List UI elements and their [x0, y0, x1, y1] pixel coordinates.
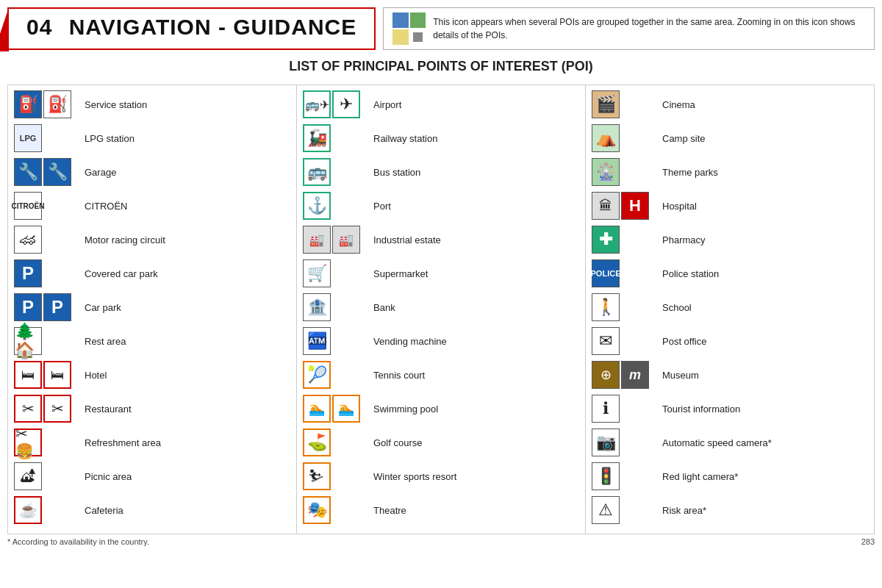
bank-label: Bank: [373, 302, 579, 313]
poi-icons: ⛳: [303, 429, 369, 456]
rest-area-icon: 🌲🏠: [14, 327, 42, 355]
restaurant-icon-1: ✂: [14, 395, 42, 423]
poi-icons: 🌲🏠: [14, 327, 80, 355]
risk-icon: ⚠: [592, 496, 620, 524]
hospital-icon-1: 🏛: [592, 192, 620, 220]
red-light-label: Red light camera*: [662, 471, 868, 482]
hotel-label: Hotel: [85, 370, 290, 381]
refreshment-icon: ✂🍔: [14, 429, 42, 456]
list-item: 🏦 Bank: [303, 293, 579, 322]
poi-icons: P P: [14, 293, 80, 321]
car-park-icon-1: P: [14, 293, 42, 321]
bus-label: Bus station: [373, 167, 579, 178]
list-item: ⛺ Camp site: [592, 123, 868, 153]
list-item: P P Car park: [14, 293, 290, 322]
list-item: POLICE Police station: [592, 259, 868, 288]
chapter-title-box: 04 NAVIGATION - GUIDANCE: [7, 7, 376, 50]
poi-icons: ✂🍔: [14, 429, 80, 456]
car-park-icon-2: P: [43, 293, 71, 321]
poi-icons: 🏕: [14, 462, 80, 490]
cluster-cell-3: [392, 29, 409, 45]
museum-icon-2: m: [621, 361, 649, 389]
police-label: Police station: [662, 268, 868, 279]
list-item: CITROËN CITROËN: [14, 191, 290, 220]
railway-icon: 🚂: [303, 124, 331, 152]
page-title-text: NAVIGATION - GUIDANCE: [55, 15, 356, 39]
cluster-info-text: This icon appears when several POIs are …: [433, 15, 865, 42]
theatre-icon: 🎭: [303, 496, 331, 524]
golf-icon: ⛳: [303, 429, 331, 456]
list-item: 🔧 🔧 Garage: [14, 157, 290, 187]
list-item: 🚌✈ ✈ Airport: [303, 90, 579, 119]
cluster-info-box: This icon appears when several POIs are …: [383, 7, 875, 50]
cafeteria-icon: ☕: [14, 496, 42, 524]
list-item: 🏊 🏊 Swimming pool: [303, 394, 579, 423]
poi-icons: 🚂: [303, 124, 369, 152]
airport-label: Airport: [373, 99, 579, 110]
theatre-label: Theatre: [373, 505, 579, 516]
poi-icons: ✉: [592, 327, 658, 355]
citroen-label: CITROËN: [85, 201, 290, 212]
theme-icon: 🎡: [592, 158, 620, 186]
poi-icons: 🏭 🏭: [303, 226, 369, 254]
garage-icon-1: 🔧: [14, 158, 42, 186]
museum-icon-1: ⊕: [592, 361, 620, 389]
supermarket-icon: 🛒: [303, 259, 331, 287]
cluster-icon: [392, 12, 426, 45]
list-item: 🌲🏠 Rest area: [14, 326, 290, 356]
cinema-icon: 🎬: [592, 90, 620, 118]
swimming-icon-2: 🏊: [332, 395, 360, 423]
airport-icon-1: 🚌✈: [303, 90, 331, 118]
list-item: 🎭 Theatre: [303, 495, 579, 525]
hotel-icon-1: 🛏: [14, 361, 42, 389]
poi-icons: 🚌: [303, 158, 369, 186]
list-item: ℹ Tourist information: [592, 394, 868, 423]
poi-icons: ℹ: [592, 395, 658, 423]
section-title: LIST OF PRINCIPAL POINTS OF INTEREST (PO…: [7, 56, 875, 77]
port-label: Port: [373, 201, 579, 212]
poi-icons: ⚠: [592, 496, 658, 524]
list-item: ⛽ ⛽ Service station: [14, 90, 290, 119]
hospital-label: Hospital: [662, 201, 868, 212]
poi-icons: 🛏 🛏: [14, 361, 80, 389]
poi-icons: 🏎: [14, 226, 80, 254]
tourist-icon: ℹ: [592, 395, 620, 423]
list-item: 🚦 Red light camera*: [592, 462, 868, 491]
poi-icons: 🛒: [303, 259, 369, 287]
list-item: P Covered car park: [14, 259, 290, 288]
winter-icon: ⛷: [303, 462, 331, 490]
lpg-icon: LPG: [14, 124, 42, 152]
poi-icons: ✚: [592, 226, 658, 254]
cluster-cell-2: [410, 12, 426, 28]
list-item: ⛷ Winter sports resort: [303, 462, 579, 491]
winter-label: Winter sports resort: [373, 471, 579, 482]
poi-icons: LPG: [14, 124, 80, 152]
railway-label: Railway station: [373, 133, 579, 144]
hotel-icon-2: 🛏: [43, 361, 71, 389]
racing-icon: 🏎: [14, 226, 42, 254]
list-item: 🎾 Tennis court: [303, 360, 579, 390]
airport-icon-2: ✈: [332, 90, 360, 118]
poi-icons: 🏛 H: [592, 192, 658, 220]
garage-label: Garage: [85, 167, 290, 178]
bus-icon: 🚌: [303, 158, 331, 186]
page-title: 04: [26, 15, 52, 39]
citroen-icon: CITROËN: [14, 192, 42, 220]
poi-grid: ⛽ ⛽ Service station LPG LPG station 🔧 🔧 …: [7, 85, 875, 534]
pharmacy-icon: ✚: [592, 226, 620, 254]
camp-label: Camp site: [662, 133, 868, 144]
red-light-icon: 🚦: [592, 462, 620, 490]
camp-icon: ⛺: [592, 124, 620, 152]
industrial-icon-2: 🏭: [332, 226, 360, 254]
poi-icons: 🏊 🏊: [303, 395, 369, 423]
header: 04 NAVIGATION - GUIDANCE This icon appea…: [7, 7, 875, 50]
hospital-icon-2: H: [621, 192, 649, 220]
industrial-icon-1: 🏭: [303, 226, 331, 254]
poi-column-2: 🚌✈ ✈ Airport 🚂 Railway station 🚌 Bus sta…: [297, 85, 586, 534]
poi-icons: ⛽ ⛽: [14, 90, 80, 118]
footer: * According to availability in the count…: [7, 534, 875, 546]
list-item: 🏧 Vending machine: [303, 326, 579, 356]
swimming-label: Swimming pool: [373, 404, 579, 415]
page: 04 NAVIGATION - GUIDANCE This icon appea…: [0, 0, 882, 588]
poi-column-3: 🎬 Cinema ⛺ Camp site 🎡 Theme parks: [586, 85, 874, 534]
